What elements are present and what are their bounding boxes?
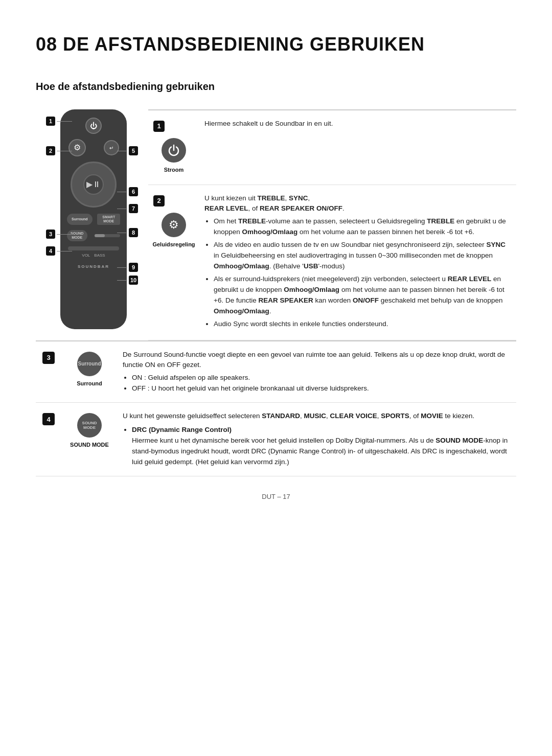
badge-2: 2 [46,146,55,155]
badge-7-group: 7 [117,204,138,213]
remote-row-volume: VOL BASS [65,246,122,259]
stroom-label: Stroom [164,166,184,174]
section-icon-col-3: Surround Surround [61,341,118,403]
table-text-1: Hiermee schakelt u de Soundbar in en uit… [199,110,516,185]
badge-10-group: 10 [117,276,138,285]
badge-6: 6 [129,187,138,196]
badge-9-group: 9 [117,263,138,272]
badge-5: 5 [129,146,138,155]
badge-9: 9 [129,263,138,272]
line-4 [57,251,72,251]
badge-10: 10 [129,276,138,285]
badge-8: 8 [129,228,138,237]
row2-bullet-3: Als er surround-luidsprekers (niet meege… [214,274,511,317]
section-num-col-4: 4 [36,403,61,476]
badge-5-group: 5 [117,146,138,155]
bottom-section: 3 Surround Surround De Surround Sound-fu… [36,340,516,476]
line-2 [57,151,72,151]
geluidsregeling-label: Geluidsregeling [152,240,195,249]
row4-bullets: DRC (Dynamic Range Control) Hiermee kunt… [132,425,511,468]
remote-container: ⏻ ⚙ ↵ ▶⏸ Surround [46,109,138,340]
table-text-2: U kunt kiezen uit TREBLE, SYNC,REAR LEVE… [199,185,516,340]
row3-bullets: ON : Geluid afspelen op alle speakers. O… [132,373,511,394]
num-badge-1: 1 [153,121,165,132]
line-6 [117,192,127,192]
remote-row-sound: SOUNDMODE [67,230,121,241]
footer-text: DUT – 17 [262,493,290,500]
section-num-col-3: 3 [36,341,61,403]
badge-4: 4 [46,246,55,256]
badge-1-group: 1 [46,117,72,126]
vol-bass-row: VOL BASS [65,253,122,259]
row3-bullet-1: ON : Geluid afspelen op alle speakers. [132,373,511,383]
stroom-icon [162,138,186,163]
badge-4-group: 4 [46,246,72,256]
badge-1: 1 [46,117,55,126]
remote-area: ⏻ ⚙ ↵ ▶⏸ Surround [36,109,148,340]
power-button[interactable]: ⏻ [85,118,102,134]
sound-mode-icon-label: SOUND MODE [70,441,109,449]
page-container: 08 DE AFSTANDSBEDIENING GEBRUIKEN Hoe de… [0,0,552,532]
remote-body: ⏻ ⚙ ↵ ▶⏸ Surround [60,109,127,329]
chapter-title: 08 DE AFSTANDSBEDIENING GEBRUIKEN [36,31,516,58]
row2-bullet-2: Als de video en audio tussen de tv en uw… [214,240,511,272]
table-icon-col-1: 1 Stroom [148,110,199,185]
section-icon-col-4: SOUNDMODE SOUND MODE [61,403,118,476]
section-badge-3: 3 [42,352,55,364]
row2-bullet-4: Audio Sync wordt slechts in enkele funct… [214,319,511,330]
nav-center[interactable]: ▶⏸ [83,174,104,195]
main-layout: ⏻ ⚙ ↵ ▶⏸ Surround [36,109,516,340]
line-10 [117,280,127,281]
surround-icon-label: Surround [77,379,102,388]
sound-mode-icon: SOUNDMODE [77,413,102,438]
section-title: Hoe de afstandsbediening gebruiken [36,79,516,94]
badge-6-group: 6 [117,187,138,196]
section-text-4: U kunt het gewenste geluidseffect select… [118,403,516,476]
remote-row-surround: Surround SMARTMODE [67,214,121,225]
soundbar-label: SOUNDBAR [78,264,109,270]
table-row-2: 2 ⚙ Geluidsregeling U kunt kiezen uit TR… [148,185,516,340]
row3-intro: De Surround Sound-functie voegt diepte e… [123,350,511,371]
num-badge-2: 2 [153,195,165,207]
volume-bar[interactable] [68,246,119,250]
row4-intro: U kunt het gewenste geluidseffect select… [123,411,511,422]
row2-bullets: Om het TREBLE-volume aan te passen, sele… [214,216,511,329]
line-1 [57,121,72,122]
surround-button[interactable]: Surround [67,214,93,225]
line-3 [57,234,72,235]
smart-mode-button[interactable]: SMARTMODE [97,214,120,225]
table-area: 1 Stroom Hiermee schakelt u de Soundbar … [148,109,516,340]
gear-icon: ⚙ [162,213,186,237]
slider-bar[interactable] [95,234,120,237]
section-row-4: 4 SOUNDMODE SOUND MODE U kunt het gewens… [36,403,516,476]
line-7 [117,209,127,209]
remote-row-gear: ⚙ ↵ [68,139,119,156]
badge-2-group: 2 [46,146,72,155]
section-row-3: 3 Surround Surround De Surround Sound-fu… [36,341,516,403]
row2-intro: U kunt kiezen uit TREBLE, SYNC,REAR LEVE… [204,193,511,215]
vol-label: VOL [82,253,90,259]
nav-ring[interactable]: ▶⏸ [71,162,117,208]
surround-icon: Surround [77,352,102,376]
page-footer: DUT – 17 [36,492,516,502]
input-button[interactable]: ↵ [104,140,119,155]
line-9 [117,267,127,268]
line-8 [117,233,127,233]
table-row-1: 1 Stroom Hiermee schakelt u de Soundbar … [148,110,516,185]
remote-row-power: ⏻ [65,118,122,134]
row4-drc: DRC (Dynamic Range Control) Hiermee kunt… [132,425,511,468]
row3-bullet-2: OFF : U hoort het geluid van het origine… [132,383,511,394]
table-icon-col-2: 2 ⚙ Geluidsregeling [148,185,199,340]
section-text-3: De Surround Sound-functie voegt diepte e… [118,341,516,403]
badge-3-group: 3 [46,230,72,239]
bass-label: BASS [94,253,105,259]
badge-3: 3 [46,230,55,239]
section-badge-4: 4 [42,413,55,425]
badge-7: 7 [129,204,138,213]
row2-bullet-1: Om het TREBLE-volume aan te passen, sele… [214,216,511,238]
line-5 [117,151,127,151]
badge-8-group: 8 [117,228,138,237]
